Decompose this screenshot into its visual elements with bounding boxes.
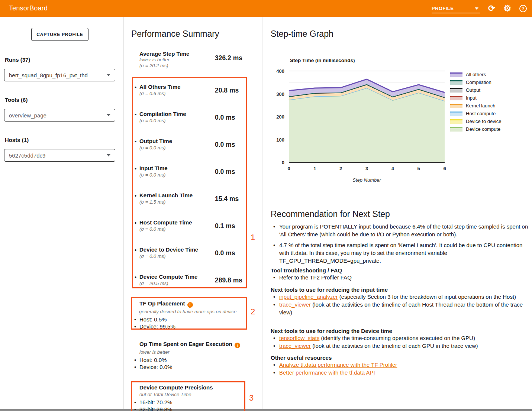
chevron-down-icon [107,154,110,156]
metric-row-all-others: • All Others Time (σ = 0.6 ms) 20.8 ms [133,84,245,111]
section-input-time-tools: Next tools to use for reducing the input… [271,287,527,316]
annotation-box-2: TF Op Placementi generally desired to ha… [131,297,247,330]
metric-sigma: (σ = 0.0 ms) [139,253,165,259]
legend-swatch [450,111,462,116]
recommendation-bullets: Your program is POTENTIALLY input-bound … [273,223,529,265]
x-tick: 1 [313,166,316,171]
y-tick: 100 [276,137,284,143]
step-time-graph-title: Step-time Graph [271,29,333,39]
tf-op-placement-subtitle: generally desired to have more ops on de… [139,309,246,314]
dashboard-selector[interactable]: PROFILE [432,6,480,13]
metric-row-device-to-device: • Device to Device Time (σ = 0.0 ms) 0.0… [133,246,245,274]
tf-op-placement-title: TF Op Placementi [139,300,246,308]
performance-summary-title: Performance Summary [131,29,219,39]
list-item: trace_viewer (look at the activities on … [273,301,527,316]
trace-viewer-link[interactable]: trace_viewer [279,343,311,349]
chart-legend: All othersCompilationOutputInputKernel l… [450,71,501,133]
metric-sigma: (σ = 20.5 ms) [139,281,168,287]
tfdata-profiler-link[interactable]: Analyze tf.data performance with the TF … [279,362,397,368]
item-text: Refer to the TF2 Profiler FAQ [279,274,352,281]
runs-select-value: bert_squad_8gpu_fp16_pvt_thd [9,72,107,78]
y-tick: 0 [282,160,284,165]
legend-label: Input [466,95,477,101]
list-item: Analyze tf.data performance with the TF … [273,361,527,369]
chevron-down-icon [475,7,478,10]
legend-label: Device to device [466,119,501,124]
legend-label: Device compute [466,126,500,132]
x-tick: 5 [417,166,420,171]
tensorboard-profile-page: TensorBoard PROFILE ⟳ ⚙ ? CAPTURE PROFIL… [0,0,532,411]
y-tick: 300 [276,91,284,97]
x-tick: 3 [365,166,368,171]
annotation-box-3: Device Compute Precisions out of Total D… [131,381,245,411]
chart-title: Step Time (in milliseconds) [290,58,355,63]
metric-sigma: (σ = 0.6 ms) [139,91,165,97]
eager-execution-title: Op Time Spent on Eager Executioni [139,341,255,348]
metric-sigma: (σ = 0.0 ms) [139,145,165,151]
input-pipeline-analyzer-link[interactable]: input_pipeline_analyzer [279,294,338,300]
bullet: • [135,192,136,199]
item-text: (identify the time-consuming operations … [319,335,475,341]
tools-label: Tools (6) [5,97,28,103]
bullet: • [135,220,136,226]
eager-execution-section: Op Time Spent on Eager Executioni lower … [139,341,255,370]
annotation-box-1: • All Others Time (σ = 0.6 ms) 20.8 ms •… [132,77,247,288]
bullet: • [135,165,136,172]
sidebar-divider [123,17,124,411]
tools-select-value: overview_page [9,112,107,119]
annotation-number-1: 1 [251,233,255,242]
bullet: • [135,138,136,145]
legend-item-kernel-launch: Kernel launch [450,102,501,110]
tools-select[interactable]: overview_page [4,109,115,122]
list-item: trace_viewer (look at the activities on … [273,342,527,350]
eager-execution-subtitle: lower is better [139,349,255,355]
metric-row-input: • Input Time (σ = 0.0 ms) 0.0 ms [133,165,245,192]
refresh-icon[interactable]: ⟳ [488,4,495,13]
legend-item-output: Output [450,86,501,94]
trace-viewer-link[interactable]: trace_viewer [279,301,311,308]
eager-host: Host: 0.0% [134,356,255,363]
metric-sigma: (σ = 0.0 ms) [139,226,165,232]
tensorflow-stats-link[interactable]: tensorflow_stats [279,335,319,341]
capture-profile-button[interactable]: CAPTURE PROFILE [31,28,88,41]
metric-row-kernel-launch: • Kernel Launch Time (σ = 1.5 ms) 15.4 m… [133,192,245,219]
metric-sigma: (σ = 0.0 ms) [139,118,165,124]
section-other-resources: Other useful resources Analyze tf.data p… [271,355,527,376]
metric-value: 0.0 ms [215,249,235,257]
app-header: TensorBoard PROFILE ⟳ ⚙ ? [0,0,532,17]
bullet: • [135,84,136,90]
bottom-scrollbar[interactable] [0,409,532,411]
legend-swatch [450,96,462,100]
runs-label: Runs (37) [5,56,30,63]
legend-item-device-compute: Device compute [450,125,501,133]
tfdata-api-link[interactable]: Better performance with the tf.data API [279,369,375,376]
metric-label: Input Time [139,165,168,171]
x-tick: 2 [339,166,342,171]
metric-label: All Others Time [139,84,181,90]
metric-value: 0.0 ms [215,141,235,149]
eager-device: Device: 0.0% [134,363,255,370]
x-axis-label: Step Number [352,177,381,183]
average-step-time-sigma: (σ = 20.2 ms) [139,63,247,69]
x-tick: 6 [443,166,446,171]
chevron-down-icon [107,114,110,116]
info-icon[interactable]: i [235,343,240,348]
hosts-select[interactable]: 5627c5dd7dc9 [4,149,115,162]
metric-value: 15.4 ms [215,195,239,203]
tf-op-placement-host: Host: 0.5% [134,316,246,323]
metric-label: Host Compute Time [139,219,192,226]
y-tick: 200 [276,114,284,120]
metric-row-host-compute: • Host Compute Time (σ = 0.0 ms) 0.1 ms [133,219,245,246]
precision-32bit: 32-bit: 29.8% [134,406,244,411]
metric-label: Device Compute Time [139,274,197,280]
legend-label: Kernel launch [466,103,496,109]
settings-gear-icon[interactable]: ⚙ [503,4,511,13]
info-icon[interactable]: i [187,302,193,308]
average-step-time-value: 326.2 ms [215,54,242,62]
metric-value: 0.0 ms [215,114,235,122]
legend-swatch [450,104,462,108]
metric-value: 289.8 ms [215,276,242,284]
help-icon[interactable]: ? [519,5,527,12]
list-item: input_pipeline_analyzer (especially Sect… [273,293,527,301]
runs-select[interactable]: bert_squad_8gpu_fp16_pvt_thd [4,69,115,81]
